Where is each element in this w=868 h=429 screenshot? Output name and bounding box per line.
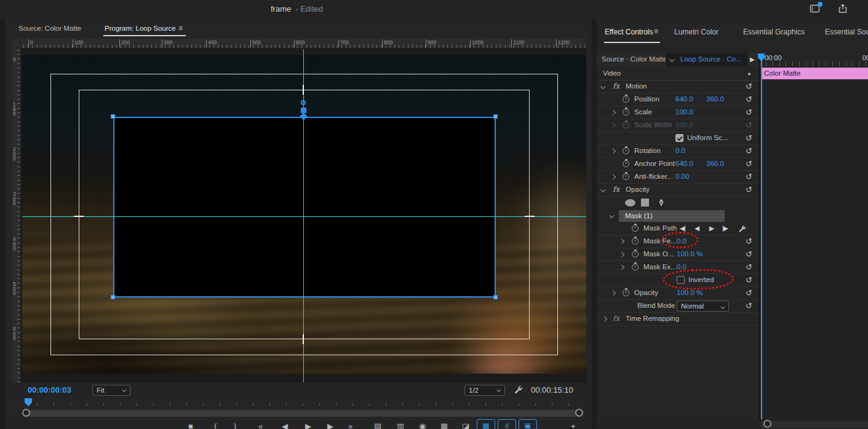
stopwatch-icon[interactable] [623,289,629,296]
lift-button[interactable]: ▤ [374,420,381,429]
stopwatch-icon[interactable] [623,148,629,154]
zoom-level-select[interactable]: Fit [92,385,130,396]
tab-essential-graphics[interactable]: Essential Graphics [743,28,805,36]
scrollbar-knob-left[interactable] [22,409,30,417]
chevron-right-icon[interactable] [619,239,624,244]
safe-margins-toggle[interactable]: ▣ [519,419,537,429]
stopwatch-icon[interactable] [623,96,629,103]
stopwatch-icon[interactable] [623,173,629,180]
chevron-right-icon[interactable] [611,149,616,154]
track-mask-forward-frame-button[interactable]: |▶ [722,224,728,232]
chevron-right-icon[interactable] [611,291,616,296]
uniform-scale-checkbox[interactable] [675,134,683,142]
stopwatch-icon[interactable] [632,225,639,232]
mask-tracking-wrench-icon[interactable] [738,224,746,234]
comparison-view-toggle[interactable]: ▦ [477,419,495,429]
reset-blend-mode-button[interactable]: ↺ [746,301,752,310]
tab-essential-sound[interactable]: Essential Sou [825,28,868,36]
collapse-icon[interactable]: ▲ [747,71,752,76]
play-button[interactable]: ▶ [305,420,311,429]
reset-opacity-value-button[interactable]: ↺ [746,288,752,297]
opacity-value[interactable]: 100.0 % [677,289,703,296]
reset-position-button[interactable]: ↺ [746,95,752,104]
opacity-mask-rectangle[interactable] [113,117,496,297]
workspace-icon[interactable] [810,3,822,15]
inverted-checkbox[interactable] [677,276,685,284]
mark-out-button[interactable]: } [234,420,236,429]
mask-1-item[interactable]: Mask (1) [619,210,725,222]
export-frame-button[interactable]: ◉ [419,420,426,429]
mark-in-button[interactable]: { [214,420,217,429]
reset-mask-feather-button[interactable]: ↺ [746,237,752,246]
mask-vertex-handle[interactable] [493,114,498,119]
timeline-ruler[interactable]: 00:00 00 [761,52,868,66]
add-button[interactable]: + [571,420,576,429]
tab-effect-controls[interactable]: Effect Controls [605,28,653,36]
ellipse-mask-tool[interactable] [625,199,635,207]
step-back-button[interactable]: ◀ [282,420,288,429]
reset-inverted-button[interactable]: ↺ [746,275,752,285]
tab-lumetri-color[interactable]: Lumetri Color [674,28,719,36]
scrollbar-knob[interactable] [763,420,771,428]
chevron-right-icon[interactable] [619,265,624,270]
share-export-icon[interactable] [837,3,850,15]
anchor-y-value[interactable]: 360.0 [706,160,724,167]
mask-vertex-handle[interactable] [111,114,115,119]
pen-mask-tool[interactable] [656,198,666,208]
reset-rotation-button[interactable]: ↺ [746,146,752,155]
stopwatch-icon[interactable] [632,238,639,245]
track-mask-back-button[interactable]: ◀ [695,224,699,232]
monitor-settings-wrench-icon[interactable] [513,385,523,395]
mask-vertex-handle[interactable] [493,295,498,299]
track-mask-back-frame-button[interactable]: ◀| [680,224,685,232]
stopwatch-icon[interactable] [623,109,629,116]
tab-source-monitor[interactable]: Source: Color Matte [18,25,81,32]
panel-menu-icon[interactable]: ≡ [654,27,658,36]
blend-mode-select[interactable]: Normal [677,301,729,312]
mask-vertex-handle[interactable] [111,295,115,299]
chevron-down-icon[interactable] [601,84,606,89]
scrollbar-knob-right[interactable] [575,409,583,417]
rotation-value[interactable]: 0.0 [675,147,685,154]
mask-feather-handle[interactable] [301,100,306,105]
reset-mask-expansion-button[interactable]: ↺ [746,262,752,272]
playback-resolution-select[interactable]: 1/2 [464,385,505,396]
reset-opacity-button[interactable]: ↺ [746,185,752,194]
chevron-right-icon[interactable] [602,317,607,321]
panel-menu-icon[interactable]: ≡ [178,24,183,33]
proxy-button[interactable]: ◪ [462,420,469,429]
reset-mask-opacity-button[interactable]: ↺ [746,250,752,259]
stopwatch-icon[interactable] [623,160,629,167]
go-to-in-button[interactable]: « [258,420,263,429]
step-forward-button[interactable]: ▶ [327,420,333,429]
track-mask-forward-button[interactable]: ▶ [709,224,714,232]
stop-button[interactable]: ■ [188,420,193,429]
stopwatch-icon[interactable] [632,264,639,270]
multicam-button[interactable]: ▦ [440,420,448,429]
chevron-down-icon[interactable] [610,213,615,218]
mask-feather-value[interactable]: 0.0 [677,237,687,245]
reset-anchor-button[interactable]: ↺ [746,159,752,168]
position-y-value[interactable]: 360.0 [706,95,724,103]
anti-flicker-value[interactable]: 0.00 [675,173,689,180]
reset-motion-button[interactable]: ↺ [746,82,752,91]
current-timecode[interactable]: 00:00:00:03 [28,385,71,395]
mask-expansion-value[interactable]: 0.0 [677,263,687,270]
go-to-out-button[interactable]: » [348,420,352,429]
monitor-scrollbar[interactable] [23,410,582,417]
grid-toggle[interactable]: # [498,419,516,429]
anchor-x-value[interactable]: 640.0 [675,160,693,167]
chevron-down-icon[interactable] [601,187,606,192]
reset-scale-button[interactable]: ↺ [746,108,752,117]
position-x-value[interactable]: 640.0 [675,95,693,103]
stopwatch-icon[interactable] [632,251,639,258]
color-matte-clip[interactable]: Color Matte [761,68,868,79]
reset-uniform-scale-button[interactable]: ↺ [746,133,752,143]
play-clip-icon[interactable]: ▶ [750,56,755,63]
timeline-divider[interactable] [759,52,760,420]
clip-selector[interactable]: Loop Source · Co... [666,53,747,66]
chevron-right-icon[interactable] [619,252,624,257]
monitor-playhead[interactable] [25,398,32,406]
mask-opacity-value[interactable]: 100.0 % [677,250,703,258]
tab-program-monitor[interactable]: Program: Loop Source [105,25,176,32]
